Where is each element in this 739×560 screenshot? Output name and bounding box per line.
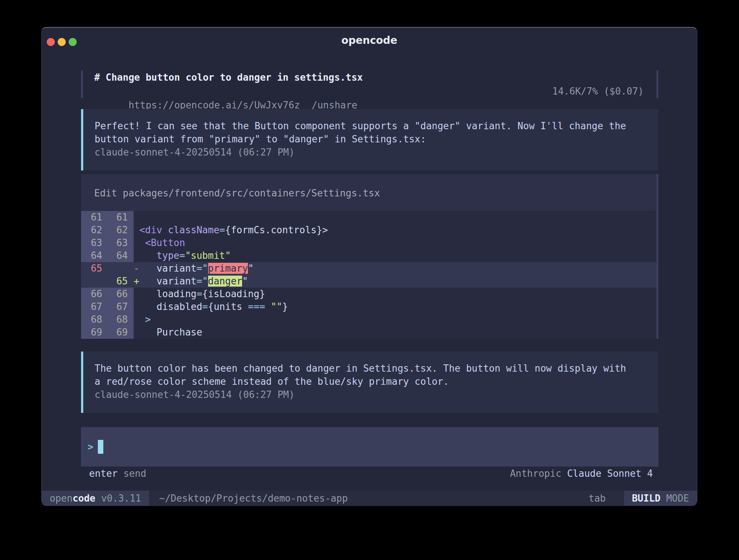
old-line-number — [81, 275, 108, 288]
message-line: button variant from "primary" to "danger… — [95, 133, 658, 146]
model-indicator: Anthropic Claude Sonnet 4 — [510, 467, 653, 480]
old-line-number: 66 — [81, 288, 108, 300]
edit-file-path: Edit packages/frontend/src/containers/Se… — [81, 174, 656, 200]
old-line-number: 64 — [81, 249, 108, 262]
text-cursor — [98, 440, 103, 454]
diff-row: 6767 disabled={units === ""} — [81, 300, 656, 313]
new-line-number: 69 — [108, 326, 134, 339]
diff-code-line: type="submit" — [134, 249, 656, 262]
message-line: Perfect! I can see that the Button compo… — [95, 119, 658, 133]
enter-hint: enter send — [89, 467, 146, 480]
new-line-number — [108, 262, 134, 275]
diff-row: 6969 Purchase — [81, 326, 656, 339]
status-bar: opencode v0.3.11 ~/Desktop/Projects/demo… — [42, 491, 697, 506]
session-title: # Change button color to danger in setti… — [83, 70, 656, 84]
diff-row: 6161 — [81, 211, 656, 224]
old-line-number: 65 — [81, 262, 108, 275]
new-line-number: 64 — [108, 249, 134, 262]
diff-row: 6262 <div className={formCs.controls}> — [81, 224, 656, 237]
tab-key-hint: tab — [589, 491, 606, 506]
diff-code-line: <div className={formCs.controls}> — [134, 224, 656, 237]
old-line-number: 69 — [81, 326, 108, 339]
context-usage-stats: 14.6K/7% ($0.07) — [552, 84, 644, 98]
new-line-number: 63 — [108, 237, 134, 249]
new-line-number: 61 — [108, 211, 134, 224]
prompt-symbol: > — [88, 440, 93, 453]
new-line-number: 66 — [108, 288, 134, 300]
diff-code-line: + variant="danger" — [134, 275, 656, 288]
old-line-number: 62 — [81, 224, 108, 237]
message-line: The button color has been changed to dan… — [95, 362, 658, 375]
message-model-timestamp: claude-sonnet-4-20250514 (06:27 PM) — [95, 388, 658, 401]
diff-view: 61616262 <div className={formCs.controls… — [81, 211, 656, 339]
old-line-number: 67 — [81, 300, 108, 313]
title-bar: opencode — [42, 28, 697, 53]
assistant-message: Perfect! I can see that the Button compo… — [81, 109, 658, 170]
diff-code-line — [134, 211, 656, 224]
edit-tool-panel: Edit packages/frontend/src/containers/Se… — [81, 174, 658, 339]
diff-code-line: Purchase — [134, 326, 656, 339]
session-header: # Change button color to danger in setti… — [81, 70, 658, 98]
assistant-message: The button color has been changed to dan… — [81, 352, 658, 413]
window-title: opencode — [42, 34, 697, 46]
diff-row: 6868 > — [81, 313, 656, 326]
diff-code-line: <Button — [134, 237, 656, 249]
diff-code-line: loading={isLoading} — [134, 288, 656, 300]
new-line-number: 67 — [108, 300, 134, 313]
old-line-number: 63 — [81, 237, 108, 249]
opencode-window: opencode # Change button color to danger… — [41, 27, 697, 505]
working-directory: ~/Desktop/Projects/demo-notes-app — [159, 491, 348, 506]
diff-code-line: > — [134, 313, 656, 326]
message-line: a red/rose color scheme instead of the b… — [95, 375, 658, 388]
mode-chip[interactable]: BUILD MODE — [624, 491, 697, 506]
old-line-number: 61 — [81, 211, 108, 224]
message-model-timestamp: claude-sonnet-4-20250514 (06:27 PM) — [95, 146, 658, 159]
new-line-number: 62 — [108, 224, 134, 237]
new-line-number: 68 — [108, 313, 134, 326]
diff-row: 6666 loading={isLoading} — [81, 288, 656, 300]
diff-code-line: disabled={units === ""} — [134, 300, 656, 313]
app-version-chip: opencode v0.3.11 — [42, 491, 149, 506]
diff-code-line: - variant="primary" — [134, 262, 656, 275]
prompt-input[interactable]: > — [81, 427, 658, 467]
diff-row: 6363 <Button — [81, 237, 656, 249]
diff-row: 6464 type="submit" — [81, 249, 656, 262]
new-line-number: 65 — [108, 275, 134, 288]
diff-row: 65+ variant="danger" — [81, 275, 656, 288]
diff-row: 65- variant="primary" — [81, 262, 656, 275]
old-line-number: 68 — [81, 313, 108, 326]
